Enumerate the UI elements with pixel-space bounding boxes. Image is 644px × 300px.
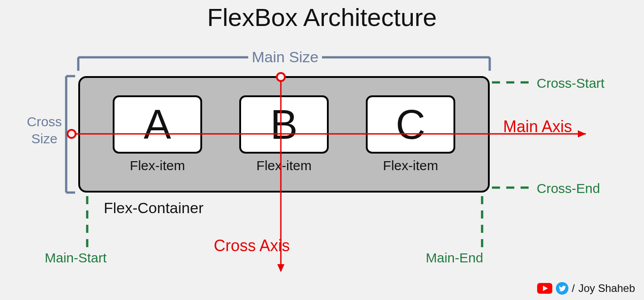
svg-marker-15 [277,264,284,272]
main-end-label: Main-End [426,250,483,266]
flex-item-label-c: Flex-item [383,158,438,173]
flex-item-col-c: C Flex-item [366,95,455,173]
credit-sep: / [572,282,575,295]
diagram-title: FlexBox Architecture [0,3,644,32]
youtube-icon [537,283,552,294]
cross-end-label: Cross-End [537,181,600,196]
main-start-label: Main-Start [45,250,106,266]
flex-item-a: A [113,95,202,154]
cross-start-label: Cross-Start [537,76,605,91]
cross-axis-label: Cross Axis [214,236,290,255]
credit: / Joy Shaheb [537,282,635,295]
diagram-stage: FlexBox Architecture Main Size Cross Siz… [0,0,644,300]
flex-item-col-a: A Flex-item [113,95,202,173]
cross-size-line2: Size [31,131,57,146]
flex-item-label-a: Flex-item [130,158,185,173]
flex-item-label-b: Flex-item [256,158,311,173]
flex-container: A Flex-item B Flex-item C Flex-item [78,76,490,193]
credit-name: Joy Shaheb [578,282,635,295]
flex-container-label: Flex-Container [104,199,203,217]
flex-item-col-b: B Flex-item [239,95,329,173]
flex-item-c: C [366,95,455,154]
twitter-icon [556,282,568,295]
svg-point-10 [68,130,76,138]
flex-item-b: B [239,95,329,154]
svg-marker-12 [578,130,586,137]
main-size-label: Main Size [248,48,322,66]
cross-size-line1: Cross [27,114,62,129]
main-axis-label: Main Axis [503,117,572,136]
cross-size-label: Cross Size [27,113,62,147]
